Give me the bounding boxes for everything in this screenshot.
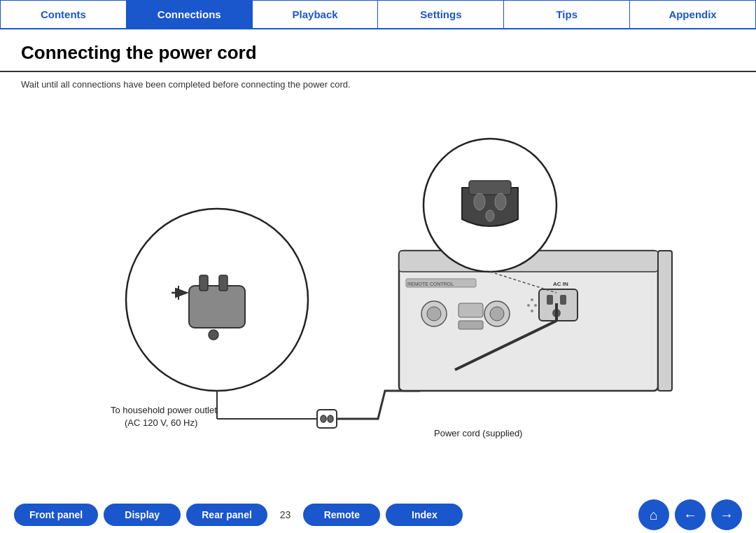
front-panel-button[interactable]: Front panel bbox=[14, 504, 98, 526]
tab-connections[interactable]: Connections bbox=[126, 0, 253, 28]
remote-button[interactable]: Remote bbox=[303, 504, 380, 526]
svg-point-37 bbox=[474, 193, 485, 210]
svg-rect-32 bbox=[658, 251, 672, 391]
tab-settings[interactable]: Settings bbox=[377, 0, 504, 28]
svg-text:Power cord (supplied): Power cord (supplied) bbox=[434, 428, 522, 438]
svg-rect-19 bbox=[547, 295, 553, 305]
tab-appendix[interactable]: Appendix bbox=[629, 0, 756, 28]
svg-text:(AC 120 V, 60 Hz): (AC 120 V, 60 Hz) bbox=[125, 417, 197, 428]
bottom-navigation: Front panel Display Rear panel 23 Remote… bbox=[0, 497, 756, 533]
forward-icon: → bbox=[720, 507, 734, 523]
back-icon: ← bbox=[683, 507, 697, 523]
svg-point-4 bbox=[209, 330, 218, 340]
rear-panel-button[interactable]: Rear panel bbox=[186, 504, 267, 526]
back-button[interactable]: ← bbox=[675, 499, 706, 530]
tab-playback-label: Playback bbox=[293, 8, 338, 20]
tab-tips[interactable]: Tips bbox=[503, 0, 630, 28]
top-navigation: Contents Connections Playback Settings T… bbox=[0, 0, 756, 29]
svg-point-23 bbox=[427, 307, 441, 321]
index-button[interactable]: Index bbox=[386, 504, 463, 526]
svg-rect-24 bbox=[458, 303, 483, 317]
page-title-section: Connecting the power cord bbox=[0, 29, 756, 72]
tab-settings-label: Settings bbox=[420, 8, 461, 20]
display-button[interactable]: Display bbox=[104, 504, 181, 526]
svg-rect-2 bbox=[200, 275, 208, 291]
tab-contents[interactable]: Contents bbox=[0, 0, 127, 28]
home-icon: ⌂ bbox=[650, 507, 658, 523]
tab-contents-label: Contents bbox=[41, 8, 86, 20]
svg-rect-25 bbox=[458, 321, 483, 329]
svg-text:REMOTE CONTROL: REMOTE CONTROL bbox=[407, 282, 454, 286]
svg-rect-3 bbox=[219, 275, 227, 291]
svg-rect-36 bbox=[469, 181, 511, 195]
svg-point-9 bbox=[328, 415, 333, 422]
svg-point-8 bbox=[321, 415, 326, 422]
svg-rect-1 bbox=[189, 286, 245, 328]
svg-rect-20 bbox=[560, 295, 566, 305]
svg-point-28 bbox=[531, 298, 533, 301]
tab-tips-label: Tips bbox=[556, 8, 578, 20]
svg-point-27 bbox=[490, 307, 504, 321]
svg-text:To household power outlet: To household power outlet bbox=[111, 405, 217, 415]
svg-text:AC IN: AC IN bbox=[553, 281, 568, 287]
svg-point-39 bbox=[486, 210, 494, 221]
svg-point-29 bbox=[527, 304, 530, 307]
tab-connections-label: Connections bbox=[158, 8, 221, 20]
forward-button[interactable]: → bbox=[711, 499, 742, 530]
page-number: 23 bbox=[273, 509, 298, 520]
svg-point-30 bbox=[534, 304, 537, 307]
page-subtitle: Wait until all connections have been com… bbox=[0, 72, 756, 97]
svg-rect-7 bbox=[317, 410, 337, 428]
diagram-area: REMOTE CONTROL AC IN bbox=[0, 97, 756, 468]
power-cord-diagram: REMOTE CONTROL AC IN bbox=[0, 97, 756, 468]
svg-point-31 bbox=[531, 310, 533, 312]
svg-point-38 bbox=[495, 193, 506, 210]
home-button[interactable]: ⌂ bbox=[638, 499, 669, 530]
tab-playback[interactable]: Playback bbox=[252, 0, 379, 28]
tab-appendix-label: Appendix bbox=[668, 8, 716, 20]
page-title: Connecting the power cord bbox=[21, 42, 735, 64]
